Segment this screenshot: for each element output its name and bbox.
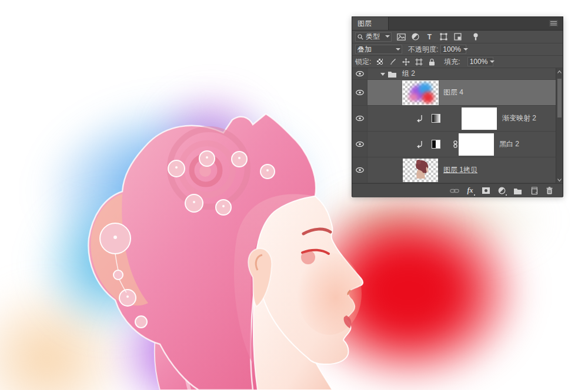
layer-name[interactable]: 图层 1拷贝 (443, 165, 477, 175)
filter-bar: 类型 T (352, 31, 563, 43)
clipping-mask-icon (416, 140, 423, 149)
search-icon (358, 34, 363, 40)
eye-icon (356, 167, 364, 173)
visibility-toggle[interactable] (352, 80, 368, 105)
text-filter-icon[interactable]: T (425, 33, 434, 41)
layer-name[interactable]: 图层 4 (443, 88, 463, 98)
blend-bar: 叠加 不透明度: 100% (352, 43, 563, 56)
panel-footer: fx (352, 183, 563, 197)
visibility-toggle[interactable] (352, 68, 368, 79)
adjustment-filter-icon[interactable] (411, 33, 420, 41)
clipping-mask-icon (416, 115, 423, 123)
fill-value: 100% (470, 58, 488, 66)
filter-toggle-icon[interactable] (471, 33, 480, 41)
lock-artboard-icon[interactable] (415, 58, 423, 66)
mask-link-icon[interactable] (453, 140, 457, 148)
expand-collapse-icon[interactable] (380, 72, 385, 76)
lock-label: 锁定: (355, 57, 371, 67)
lock-pixels-icon[interactable] (389, 58, 397, 66)
shape-filter-icon[interactable] (439, 33, 448, 41)
fill-label: 填充: (444, 57, 460, 67)
eye-icon (356, 90, 364, 95)
new-group-icon[interactable] (513, 186, 523, 195)
opacity-label: 不透明度: (408, 45, 438, 55)
adjustment-thumbnail[interactable] (432, 114, 440, 123)
scrollbar-thumb[interactable] (557, 79, 562, 117)
link-layers-icon[interactable] (449, 186, 459, 195)
chevron-down-icon (385, 35, 389, 39)
layer-row-copy[interactable]: 图层 1拷贝 (352, 157, 563, 183)
opacity-input[interactable]: 100% (440, 45, 466, 54)
layer-row-gradient-map[interactable]: 渐变映射 2 (352, 106, 563, 132)
eye-icon (356, 116, 364, 121)
visibility-toggle[interactable] (352, 106, 368, 131)
visibility-toggle[interactable] (352, 132, 368, 157)
chevron-down-icon (490, 60, 494, 64)
delete-layer-icon[interactable] (544, 186, 554, 195)
filter-type-label: 类型 (366, 32, 380, 42)
scroll-up-icon[interactable] (556, 68, 563, 75)
layers-panel: 图层 类型 T 叠加 (352, 16, 563, 197)
pixel-filter-icon[interactable] (397, 33, 406, 41)
scrollbar[interactable] (556, 68, 563, 183)
scroll-down-icon[interactable] (556, 176, 563, 183)
blend-mode-value: 叠加 (358, 45, 372, 55)
lock-bar: 锁定: 填充: 100% (352, 56, 563, 68)
chevron-down-icon (463, 48, 467, 52)
lock-position-icon[interactable] (402, 58, 410, 66)
tab-layers[interactable]: 图层 (352, 17, 389, 30)
eye-icon (356, 71, 364, 76)
layer-name[interactable]: 黑白 2 (499, 139, 519, 149)
eye-icon (356, 142, 364, 147)
layer-row-black-white[interactable]: 黑白 2 (352, 132, 563, 157)
panel-menu-icon[interactable] (549, 20, 558, 26)
layer-row-selected[interactable]: 图层 4 (352, 80, 563, 106)
layer-thumbnail[interactable] (403, 159, 438, 182)
layer-row-group[interactable]: 组 2 (352, 68, 563, 80)
layer-mask-thumbnail[interactable] (459, 133, 494, 156)
panel-title: 图层 (358, 19, 372, 29)
lock-transparency-icon[interactable] (376, 58, 384, 66)
visibility-toggle[interactable] (352, 157, 368, 183)
new-layer-icon[interactable] (529, 186, 539, 195)
smart-object-filter-icon[interactable] (453, 33, 462, 41)
opacity-value: 100% (443, 45, 461, 53)
layer-name[interactable]: 组 2 (402, 69, 415, 79)
adjustment-thumbnail[interactable] (432, 140, 440, 149)
layer-thumbnail[interactable] (403, 81, 438, 105)
chevron-down-icon (396, 48, 400, 52)
panel-header: 图层 (352, 17, 563, 31)
layer-mask-thumbnail[interactable] (462, 107, 497, 130)
layer-list: 组 2 图层 4 (352, 68, 563, 183)
new-adjustment-layer-icon[interactable] (497, 186, 507, 195)
layer-style-icon[interactable]: fx (465, 186, 475, 195)
add-layer-mask-icon[interactable] (481, 186, 491, 195)
blend-mode-dropdown[interactable]: 叠加 (355, 45, 402, 54)
folder-icon (387, 70, 397, 78)
filter-type-dropdown[interactable]: 类型 (355, 32, 392, 42)
layer-name[interactable]: 渐变映射 2 (502, 113, 536, 123)
fill-input[interactable]: 100% (467, 57, 493, 66)
lock-all-icon[interactable] (427, 58, 436, 66)
